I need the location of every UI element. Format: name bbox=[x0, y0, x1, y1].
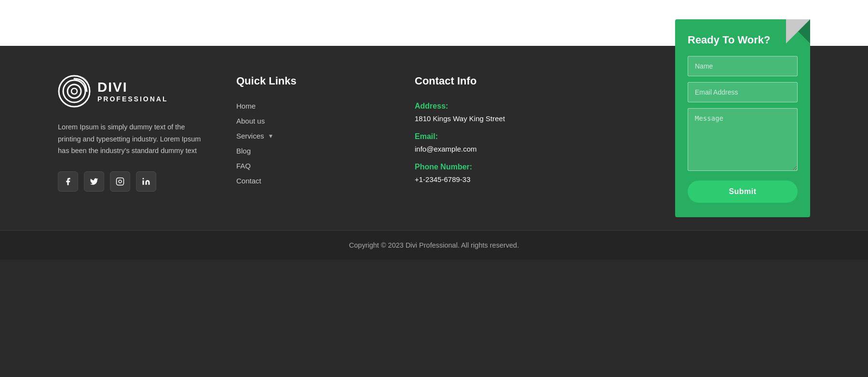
svg-point-3 bbox=[71, 88, 77, 94]
svg-point-7 bbox=[143, 178, 144, 179]
logo-wrapper: DIVI PROFESSIONAL bbox=[58, 75, 203, 108]
nav-link-blog[interactable]: Blog bbox=[236, 147, 386, 155]
footer-links-column: Quick Links Home About us Services ▼ Blo… bbox=[222, 75, 386, 192]
nav-link-home[interactable]: Home bbox=[236, 102, 386, 110]
social-icons-group bbox=[58, 171, 203, 192]
address-label: Address: bbox=[415, 102, 569, 111]
nav-item-home[interactable]: Home bbox=[236, 102, 386, 110]
corner-fold-highlight bbox=[786, 19, 810, 43]
facebook-icon[interactable] bbox=[58, 171, 78, 192]
instagram-icon[interactable] bbox=[110, 171, 130, 192]
email-label: Email: bbox=[415, 132, 569, 141]
nav-item-services[interactable]: Services ▼ bbox=[236, 132, 386, 140]
submit-button[interactable]: Submit bbox=[688, 181, 798, 203]
nav-item-about[interactable]: About us bbox=[236, 117, 386, 125]
nav-item-blog[interactable]: Blog bbox=[236, 147, 386, 155]
footer-bottom: Copyright © 2023 Divi Professional. All … bbox=[0, 230, 868, 260]
svg-rect-6 bbox=[143, 181, 144, 185]
ready-to-work-card: Ready To Work? Submit bbox=[675, 19, 810, 217]
services-dropdown-arrow: ▼ bbox=[268, 133, 274, 140]
footer-nav-list: Home About us Services ▼ Blog FAQ Contac… bbox=[236, 102, 386, 185]
nav-link-contact[interactable]: Contact bbox=[236, 177, 386, 185]
footer-main: DIVI PROFESSIONAL Lorem Ipsum is simply … bbox=[0, 46, 868, 230]
address-value: 1810 Kings Way King Street bbox=[415, 114, 569, 123]
phone-label: Phone Number: bbox=[415, 163, 569, 171]
email-value: info@example.com bbox=[415, 145, 569, 153]
email-input[interactable] bbox=[688, 82, 798, 102]
linkedin-icon[interactable] bbox=[136, 171, 156, 192]
svg-rect-4 bbox=[117, 178, 124, 185]
nav-link-services[interactable]: Services ▼ bbox=[236, 132, 386, 140]
svg-point-2 bbox=[68, 84, 81, 98]
footer-description: Lorem Ipsum is simply dummy text of the … bbox=[58, 121, 203, 157]
logo-professional-text: PROFESSIONAL bbox=[97, 95, 168, 103]
quick-links-title: Quick Links bbox=[236, 75, 386, 87]
nav-link-faq[interactable]: FAQ bbox=[236, 162, 386, 170]
logo-divi-text: DIVI bbox=[97, 80, 168, 95]
nav-item-faq[interactable]: FAQ bbox=[236, 162, 386, 170]
contact-info-title: Contact Info bbox=[415, 75, 569, 87]
nav-item-contact[interactable]: Contact bbox=[236, 177, 386, 185]
logo-icon bbox=[58, 75, 91, 108]
copyright-text: Copyright © 2023 Divi Professional. All … bbox=[58, 241, 810, 249]
message-textarea[interactable] bbox=[688, 108, 798, 171]
logo-text-block: DIVI PROFESSIONAL bbox=[97, 80, 168, 103]
twitter-icon[interactable] bbox=[84, 171, 104, 192]
nav-link-about[interactable]: About us bbox=[236, 117, 386, 125]
svg-point-1 bbox=[63, 80, 85, 102]
footer-logo-column: DIVI PROFESSIONAL Lorem Ipsum is simply … bbox=[58, 75, 222, 192]
phone-value: +1-2345-6789-33 bbox=[415, 175, 569, 183]
name-input[interactable] bbox=[688, 56, 798, 76]
footer-contact-column: Contact Info Address: 1810 Kings Way Kin… bbox=[386, 75, 569, 192]
ready-title: Ready To Work? bbox=[688, 34, 798, 46]
